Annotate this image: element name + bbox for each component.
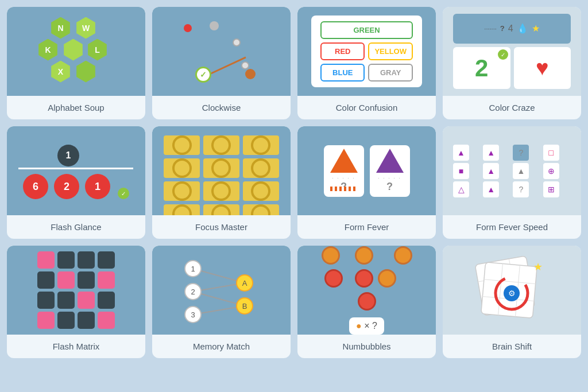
focus-cell-9 — [243, 181, 279, 201]
ffs-cell-6: ▲ — [483, 163, 499, 179]
color-confusion-card: GREEN RED YELLOW BLUE GRAY — [311, 15, 422, 87]
ffs-triangle-2: ▲ — [487, 148, 495, 157]
card-multiply[interactable]: ● × ? Numbubbles — [297, 246, 436, 358]
coin-red-3 — [358, 292, 376, 311]
svg-text:★: ★ — [533, 261, 543, 273]
focus-cell-2 — [203, 135, 239, 155]
pg-15 — [78, 312, 95, 329]
game-grid: N W K L X Alphabet Soup — [7, 7, 581, 358]
hex-empty — [75, 61, 97, 83]
ffs-question-3: ? — [519, 185, 524, 194]
spacer-2 — [378, 246, 389, 265]
card-label-pink-grid: Flash Matrix — [48, 339, 105, 351]
ffs-question-1: ? — [519, 148, 524, 157]
focus-cell-8 — [203, 181, 239, 201]
craze-check: ✓ — [498, 49, 508, 60]
card-label-color-confusion: Color Confusion — [331, 100, 403, 112]
pg-3 — [78, 251, 95, 269]
connect-svg: 1 2 3 A B — [158, 246, 285, 335]
fg-divider-line — [18, 168, 133, 169]
craze-drop-icon: 💧 — [517, 23, 528, 34]
ffs-cell-3: ? — [513, 145, 529, 161]
card-flash-glance[interactable]: 1 6 2 1 ✓ Flash Glance — [7, 126, 145, 239]
ffs-cell-8: ⊕ — [543, 163, 559, 179]
card-label-connect-dots: Memory Match — [188, 339, 254, 351]
focus-ring-12 — [251, 204, 270, 215]
card-form-fever-speed[interactable]: ▲ ▲ ? □ ■ ▲ ▲ ⊕ △ ▲ ? ⊞ Form Fever Speed — [443, 126, 581, 239]
ff-question-purple: ? — [386, 181, 393, 193]
cw-dot-orange — [245, 69, 256, 79]
thumbnail-flash-glance: 1 6 2 1 ✓ — [7, 126, 145, 215]
card-label-clockwise: Clockwise — [198, 100, 246, 112]
pg-8 — [98, 271, 115, 289]
cw-dot-red — [184, 24, 192, 32]
multiply-coins — [313, 246, 421, 311]
card-puzzle[interactable]: ⚙ ★ Brain Shift — [443, 246, 581, 358]
focus-cell-7 — [164, 181, 200, 201]
card-color-craze[interactable]: ······· ? 4 💧 ★ 2 ✓ ♥ Color Cra — [443, 7, 581, 119]
card-color-confusion[interactable]: GREEN RED YELLOW BLUE GRAY Color Confusi… — [297, 7, 436, 119]
ffs-cell-10: ▲ — [483, 181, 499, 197]
ffs-triangle-5: ▲ — [487, 185, 495, 194]
form-fever-cards: · · · · · ? · · · · · ? — [324, 145, 410, 197]
focus-ring-2 — [211, 135, 231, 155]
focus-cell-3 — [243, 135, 279, 155]
cc-gray-btn: GRAY — [368, 64, 412, 81]
coin-3 — [394, 246, 412, 265]
card-connect-dots[interactable]: 1 2 3 A B Memory Match — [152, 246, 291, 358]
ff-triangle-orange — [330, 149, 358, 173]
cw-check-circle: ✓ — [195, 67, 211, 83]
pg-13 — [37, 312, 55, 329]
ff-stripes — [330, 187, 358, 191]
ffs-cell-5: ■ — [453, 163, 469, 179]
hex-k: K — [37, 39, 59, 61]
ff-card-orange: · · · · · ? — [324, 145, 364, 197]
card-clockwise[interactable]: ✓ Clockwise — [152, 7, 291, 119]
card-focus-master[interactable]: Focus Master — [152, 126, 291, 239]
focus-master-grid — [159, 131, 284, 211]
focus-cell-11 — [203, 204, 239, 215]
coin-red-2 — [355, 269, 373, 288]
card-form-fever[interactable]: · · · · · ? · · · · · ? Form Fever — [297, 126, 436, 239]
pg-10 — [57, 292, 75, 309]
cc-blue-btn: BLUE — [320, 64, 365, 81]
coin-4 — [378, 269, 396, 288]
svg-text:1: 1 — [191, 265, 195, 273]
focus-ring-3 — [251, 135, 270, 155]
spacer-3 — [347, 269, 350, 288]
focus-cell-1 — [164, 135, 200, 155]
card-label-focus-master: Focus Master — [191, 220, 252, 232]
cw-connector-line — [206, 56, 246, 76]
pg-16 — [98, 312, 115, 329]
ffs-cell-4: □ — [543, 145, 559, 161]
card-pink-grid[interactable]: Flash Matrix — [7, 246, 145, 358]
hex-l: L — [87, 39, 109, 61]
focus-ring-4 — [172, 158, 192, 178]
ffs-cell-11: ? — [513, 181, 529, 197]
pg-5 — [37, 271, 55, 289]
ff-dots-purple: · · · · · — [378, 175, 401, 181]
thumbnail-pink-grid — [7, 246, 145, 335]
cc-red-btn: RED — [320, 42, 365, 60]
cc-yellow-btn: YELLOW — [368, 42, 412, 60]
hex-n: N — [50, 17, 72, 39]
focus-ring-9 — [251, 181, 270, 201]
craze-num-cell: 2 ✓ — [453, 47, 510, 89]
ffs-question-2: ▲ — [517, 166, 525, 176]
card-label-form-fever-speed: Form Fever Speed — [471, 220, 552, 232]
focus-cell-10 — [164, 204, 200, 215]
card-label-alphabet-soup: Alphabet Soup — [43, 100, 109, 112]
thumbnail-form-fever-speed: ▲ ▲ ? □ ■ ▲ ▲ ⊕ △ ▲ ? ⊞ — [443, 126, 581, 215]
card-alphabet-soup[interactable]: N W K L X Alphabet Soup — [7, 7, 145, 119]
ffs-triangle-1: ▲ — [457, 148, 465, 157]
ffs-square-2: ■ — [459, 166, 463, 176]
spacer-1 — [345, 246, 350, 265]
fg-check: ✓ — [118, 188, 129, 199]
craze-num4: 4 — [508, 24, 513, 34]
focus-ring-11 — [211, 204, 231, 215]
ffs-cell-12: ⊞ — [543, 181, 559, 197]
craze-top-bar: ······· ? 4 💧 ★ — [453, 14, 571, 44]
cc-green-btn: GREEN — [320, 21, 413, 39]
multiply-symbol: × ? — [364, 321, 377, 331]
thumbnail-focus-master — [152, 126, 291, 215]
